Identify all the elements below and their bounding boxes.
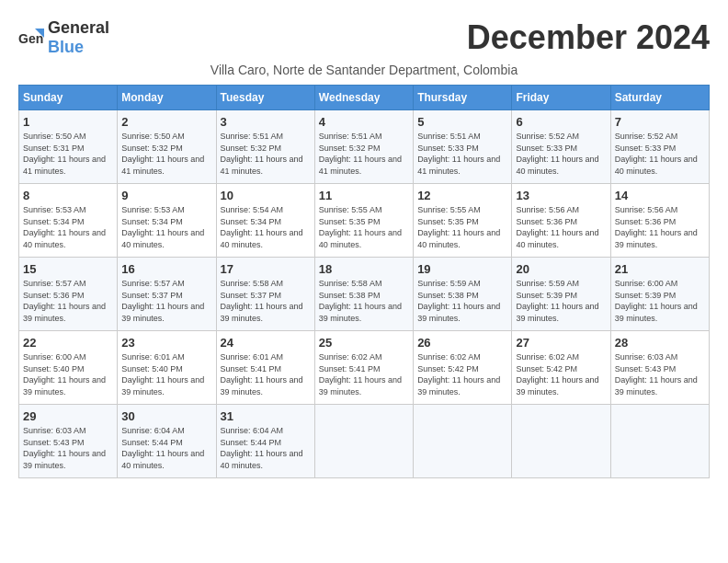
table-row: 18 Sunrise: 5:58 AM Sunset: 5:38 PM Dayl… xyxy=(314,258,413,331)
sunrise-label: Sunrise: 5:50 AM xyxy=(121,132,185,141)
sunset-label: Sunset: 5:32 PM xyxy=(319,144,381,153)
sunrise-label: Sunrise: 6:02 AM xyxy=(319,352,382,362)
table-row: 4 Sunrise: 5:51 AM Sunset: 5:32 PM Dayli… xyxy=(314,110,413,184)
daylight-label: Daylight: 11 hours and 39 minutes. xyxy=(417,375,500,396)
daylight-label: Daylight: 11 hours and 39 minutes. xyxy=(23,302,106,323)
sunset-label: Sunset: 5:36 PM xyxy=(615,217,677,226)
daylight-label: Daylight: 11 hours and 40 minutes. xyxy=(516,155,598,176)
header-sunday: Sunday xyxy=(19,86,118,110)
sunrise-label: Sunrise: 5:53 AM xyxy=(121,205,185,214)
header-friday: Friday xyxy=(512,86,610,110)
daylight-label: Daylight: 11 hours and 40 minutes. xyxy=(221,449,303,470)
table-row: 21 Sunrise: 6:00 AM Sunset: 5:39 PM Dayl… xyxy=(610,258,709,331)
day-number: 9 xyxy=(121,189,211,202)
day-number: 22 xyxy=(23,336,113,350)
day-number: 3 xyxy=(221,115,311,129)
day-info: Sunrise: 5:57 AM Sunset: 5:37 PM Dayligh… xyxy=(121,278,211,324)
sunrise-label: Sunrise: 5:57 AM xyxy=(23,279,86,288)
day-info: Sunrise: 6:02 AM Sunset: 5:42 PM Dayligh… xyxy=(417,351,507,397)
day-info: Sunrise: 5:50 AM Sunset: 5:32 PM Dayligh… xyxy=(121,131,211,177)
calendar-week-row: 1 Sunrise: 5:50 AM Sunset: 5:31 PM Dayli… xyxy=(19,110,710,184)
sunset-label: Sunset: 5:33 PM xyxy=(516,144,577,153)
calendar-week-row: 22 Sunrise: 6:00 AM Sunset: 5:40 PM Dayl… xyxy=(19,331,710,405)
sunset-label: Sunset: 5:36 PM xyxy=(23,291,85,300)
day-number: 18 xyxy=(319,262,409,276)
table-row: 22 Sunrise: 6:00 AM Sunset: 5:40 PM Dayl… xyxy=(19,331,118,405)
day-info: Sunrise: 6:04 AM Sunset: 5:44 PM Dayligh… xyxy=(221,425,311,471)
day-info: Sunrise: 5:59 AM Sunset: 5:39 PM Dayligh… xyxy=(516,278,606,324)
day-info: Sunrise: 5:51 AM Sunset: 5:32 PM Dayligh… xyxy=(221,131,311,177)
day-info: Sunrise: 5:52 AM Sunset: 5:33 PM Dayligh… xyxy=(516,131,606,177)
sunrise-label: Sunrise: 5:57 AM xyxy=(121,279,185,288)
sunset-label: Sunset: 5:37 PM xyxy=(121,291,183,300)
table-row: 2 Sunrise: 5:50 AM Sunset: 5:32 PM Dayli… xyxy=(118,110,216,184)
day-info: Sunrise: 6:03 AM Sunset: 5:43 PM Dayligh… xyxy=(615,351,705,397)
sunrise-label: Sunrise: 5:59 AM xyxy=(516,279,579,288)
calendar-week-row: 8 Sunrise: 5:53 AM Sunset: 5:34 PM Dayli… xyxy=(19,184,710,258)
sunrise-label: Sunrise: 6:00 AM xyxy=(615,279,678,288)
sunrise-label: Sunrise: 5:58 AM xyxy=(221,279,284,288)
header-wednesday: Wednesday xyxy=(314,86,413,110)
day-number: 23 xyxy=(121,336,211,350)
daylight-label: Daylight: 11 hours and 39 minutes. xyxy=(23,375,106,396)
daylight-label: Daylight: 11 hours and 40 minutes. xyxy=(23,228,106,249)
sunrise-label: Sunrise: 6:02 AM xyxy=(417,352,481,362)
table-row: 28 Sunrise: 6:03 AM Sunset: 5:43 PM Dayl… xyxy=(610,331,709,405)
day-info: Sunrise: 6:00 AM Sunset: 5:40 PM Dayligh… xyxy=(23,351,113,397)
day-number: 1 xyxy=(23,115,113,129)
sunset-label: Sunset: 5:42 PM xyxy=(516,364,577,373)
day-number: 6 xyxy=(516,115,606,129)
table-row: 15 Sunrise: 5:57 AM Sunset: 5:36 PM Dayl… xyxy=(19,258,118,331)
day-number: 17 xyxy=(221,262,311,276)
sunset-label: Sunset: 5:41 PM xyxy=(319,364,381,373)
day-info: Sunrise: 5:53 AM Sunset: 5:34 PM Dayligh… xyxy=(121,204,211,250)
day-number: 11 xyxy=(319,189,409,202)
table-row: 30 Sunrise: 6:04 AM Sunset: 5:44 PM Dayl… xyxy=(118,405,216,478)
day-info: Sunrise: 5:55 AM Sunset: 5:35 PM Dayligh… xyxy=(417,204,507,250)
day-info: Sunrise: 6:00 AM Sunset: 5:39 PM Dayligh… xyxy=(615,278,705,324)
sunset-label: Sunset: 5:44 PM xyxy=(221,438,282,447)
sunrise-label: Sunrise: 5:51 AM xyxy=(221,132,284,141)
sunset-label: Sunset: 5:37 PM xyxy=(221,291,282,300)
sunrise-label: Sunrise: 5:52 AM xyxy=(516,132,579,141)
daylight-label: Daylight: 11 hours and 40 minutes. xyxy=(319,228,402,249)
daylight-label: Daylight: 11 hours and 41 minutes. xyxy=(319,155,402,176)
table-row: 17 Sunrise: 5:58 AM Sunset: 5:37 PM Dayl… xyxy=(216,258,314,331)
sunrise-label: Sunrise: 6:04 AM xyxy=(121,426,185,435)
sunset-label: Sunset: 5:34 PM xyxy=(121,217,183,226)
day-number: 24 xyxy=(221,336,311,350)
table-row: 1 Sunrise: 5:50 AM Sunset: 5:31 PM Dayli… xyxy=(19,110,118,184)
table-row: 10 Sunrise: 5:54 AM Sunset: 5:34 PM Dayl… xyxy=(216,184,314,258)
day-number: 25 xyxy=(319,336,409,350)
day-info: Sunrise: 5:59 AM Sunset: 5:38 PM Dayligh… xyxy=(417,278,507,324)
table-row: 24 Sunrise: 6:01 AM Sunset: 5:41 PM Dayl… xyxy=(216,331,314,405)
sunset-label: Sunset: 5:34 PM xyxy=(221,217,282,226)
daylight-label: Daylight: 11 hours and 40 minutes. xyxy=(615,155,698,176)
daylight-label: Daylight: 11 hours and 39 minutes. xyxy=(615,302,698,323)
day-number: 8 xyxy=(23,189,113,202)
daylight-label: Daylight: 11 hours and 39 minutes. xyxy=(121,375,204,396)
day-number: 12 xyxy=(417,189,507,202)
sunrise-label: Sunrise: 6:02 AM xyxy=(516,352,579,362)
sunrise-label: Sunrise: 5:59 AM xyxy=(417,279,481,288)
daylight-label: Daylight: 11 hours and 39 minutes. xyxy=(516,302,598,323)
sunrise-label: Sunrise: 5:56 AM xyxy=(615,205,678,214)
day-number: 15 xyxy=(23,262,113,276)
table-row: 31 Sunrise: 6:04 AM Sunset: 5:44 PM Dayl… xyxy=(216,405,314,478)
header-monday: Monday xyxy=(118,86,216,110)
day-number: 27 xyxy=(516,336,606,350)
sunset-label: Sunset: 5:41 PM xyxy=(221,364,282,373)
day-info: Sunrise: 5:52 AM Sunset: 5:33 PM Dayligh… xyxy=(615,131,705,177)
table-row: 12 Sunrise: 5:55 AM Sunset: 5:35 PM Dayl… xyxy=(414,184,512,258)
day-number: 20 xyxy=(516,262,606,276)
calendar-week-row: 15 Sunrise: 5:57 AM Sunset: 5:36 PM Dayl… xyxy=(19,258,710,331)
day-number: 4 xyxy=(319,115,409,129)
logo: Gen General Blue xyxy=(18,18,109,57)
sunset-label: Sunset: 5:43 PM xyxy=(615,364,677,373)
daylight-label: Daylight: 11 hours and 39 minutes. xyxy=(417,302,500,323)
daylight-label: Daylight: 11 hours and 40 minutes. xyxy=(121,449,204,470)
sunrise-label: Sunrise: 5:52 AM xyxy=(615,132,678,141)
table-row: 13 Sunrise: 5:56 AM Sunset: 5:36 PM Dayl… xyxy=(512,184,610,258)
daylight-label: Daylight: 11 hours and 41 minutes. xyxy=(121,155,204,176)
sunset-label: Sunset: 5:35 PM xyxy=(319,217,381,226)
